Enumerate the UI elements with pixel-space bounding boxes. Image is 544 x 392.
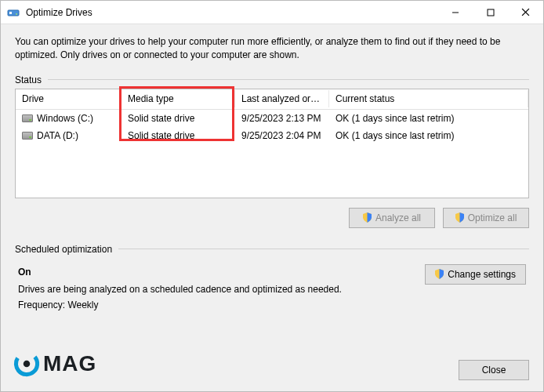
scheduled-text: On Drives are being analyzed on a schedu… — [18, 264, 342, 314]
status-section-label: Status — [15, 74, 529, 85]
table-row[interactable]: Windows (C:) Solid state drive 9/25/2023… — [16, 110, 528, 127]
shield-icon — [455, 212, 464, 223]
cell-status: OK (1 days since last retrim) — [329, 129, 528, 143]
description-text: You can optimize your drives to help you… — [15, 35, 529, 62]
analyze-all-button[interactable]: Analyze all — [349, 208, 435, 228]
column-header-last[interactable]: Last analyzed or o... — [235, 90, 329, 107]
cell-media: Solid state drive — [121, 129, 235, 143]
frequency-value: Weekly — [67, 299, 98, 310]
shield-icon — [363, 212, 372, 223]
analyze-all-label: Analyze all — [375, 212, 421, 223]
column-header-drive[interactable]: Drive — [16, 90, 121, 107]
svg-point-8 — [24, 361, 31, 368]
app-icon — [7, 6, 20, 19]
cell-last: 9/25/2023 2:04 PM — [235, 129, 329, 143]
svg-rect-1 — [9, 12, 12, 14]
cell-drive: DATA (D:) — [16, 129, 121, 143]
divider — [118, 249, 529, 249]
scheduled-section: Scheduled optimization On Drives are bei… — [15, 244, 529, 314]
close-window-button[interactable] — [508, 1, 543, 24]
drive-icon — [22, 114, 33, 122]
svg-rect-4 — [488, 9, 494, 16]
drive-listview[interactable]: Drive Media type Last analyzed or o... C… — [15, 89, 529, 198]
cell-media: Solid state drive — [121, 111, 235, 125]
listview-header: Drive Media type Last analyzed or o... C… — [16, 89, 528, 110]
status-label-text: Status — [15, 74, 42, 85]
watermark-logo: MAG — [13, 350, 96, 377]
change-settings-button[interactable]: Change settings — [425, 264, 526, 285]
table-row[interactable]: DATA (D:) Solid state drive 9/25/2023 2:… — [16, 127, 528, 144]
divider — [48, 79, 529, 80]
scheduled-on: On — [18, 264, 342, 280]
scheduled-section-label: Scheduled optimization — [15, 244, 529, 255]
titlebar: Optimize Drives — [1, 1, 543, 24]
change-settings-label: Change settings — [448, 269, 516, 280]
cell-drive: Windows (C:) — [16, 111, 121, 125]
minimize-button[interactable] — [437, 1, 473, 24]
optimize-all-button[interactable]: Optimize all — [443, 208, 529, 228]
content-area: You can optimize your drives to help you… — [1, 24, 543, 352]
scheduled-body: On Drives are being analyzed on a schedu… — [15, 264, 529, 314]
close-button[interactable]: Close — [459, 360, 529, 380]
cell-last: 9/25/2023 2:13 PM — [235, 111, 329, 125]
optimize-drives-window: Optimize Drives You can optimize your dr… — [0, 0, 544, 392]
window-title: Optimize Drives — [26, 7, 437, 18]
action-button-row: Analyze all Optimize all — [15, 208, 529, 228]
drive-name: Windows (C:) — [37, 113, 93, 124]
frequency-label: Frequency: — [18, 299, 65, 310]
cell-status: OK (1 days since last retrim) — [329, 111, 528, 125]
close-label: Close — [482, 365, 506, 376]
svg-point-2 — [16, 13, 17, 15]
column-header-media[interactable]: Media type — [121, 90, 235, 107]
drive-icon — [22, 132, 33, 140]
column-header-status[interactable]: Current status — [329, 90, 528, 107]
scheduled-label-text: Scheduled optimization — [15, 244, 112, 255]
optimize-all-label: Optimize all — [468, 212, 517, 223]
logo-text: MAG — [43, 351, 96, 376]
maximize-button[interactable] — [473, 1, 508, 24]
drive-list-wrap: Drive Media type Last analyzed or o... C… — [15, 89, 529, 198]
scheduled-frequency: Frequency: Weekly — [18, 297, 342, 313]
drive-name: DATA (D:) — [37, 130, 78, 141]
logo-icon — [13, 350, 40, 377]
shield-icon — [435, 269, 444, 279]
scheduled-desc: Drives are being analyzed on a scheduled… — [18, 281, 342, 297]
